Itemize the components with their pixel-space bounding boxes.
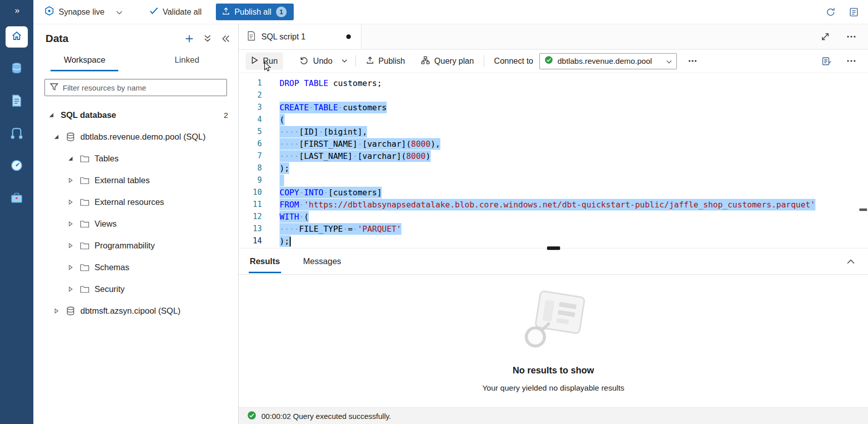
tree-item-dbtlabs-revenue-demo-pool-sql[interactable]: dbtlabs.revenue.demo.pool (SQL): [33, 126, 238, 148]
code-token: ·: [353, 224, 358, 234]
tab-more-actions-icon[interactable]: [847, 35, 856, 38]
data-explorer-panel: Data Workspace Linked SQL: [33, 24, 239, 424]
toolbar-more-actions-icon[interactable]: [847, 60, 856, 62]
home-icon: [11, 30, 23, 44]
code-token: =: [348, 224, 353, 234]
code-line-4[interactable]: 4(: [239, 113, 868, 125]
code-token: 8000: [411, 139, 431, 149]
code-token: ·: [299, 212, 304, 222]
undo-dropdown-chevron[interactable]: [338, 56, 351, 66]
release-notes-icon[interactable]: [849, 7, 859, 17]
editor-tab-title: SQL script 1: [261, 32, 305, 41]
sql-code-editor[interactable]: 1DROP TABLE customers;23CREATE·TABLE·cus…: [239, 73, 868, 248]
nav-manage[interactable]: [6, 188, 28, 209]
code-line-7[interactable]: 7····[LAST_NAME]·[varchar](8000): [239, 150, 868, 162]
nav-home[interactable]: [6, 26, 28, 48]
collapse-all-icon[interactable]: [204, 34, 211, 43]
connect-to-pool-dropdown[interactable]: dbtlabs.revenue.demo.pool: [539, 53, 677, 69]
code-token: FILE_TYPE: [299, 224, 343, 234]
line-number: 11: [239, 200, 262, 209]
tree-item-schemas[interactable]: Schemas: [33, 257, 238, 278]
expanded-chevron-icon[interactable]: [68, 156, 75, 161]
collapsed-chevron-icon[interactable]: [68, 199, 75, 205]
collapsed-chevron-icon[interactable]: [68, 265, 75, 270]
code-line-12[interactable]: 12WITH·(: [239, 210, 868, 223]
tree-item-label: Security: [95, 284, 125, 294]
validate-all-button[interactable]: Validate all: [150, 7, 202, 17]
publish-count-badge: 1: [276, 7, 287, 17]
add-resource-icon[interactable]: [185, 34, 194, 43]
code-text: CREATE·TABLE·customers: [280, 102, 387, 113]
query-plan-button[interactable]: Query plan: [416, 53, 479, 70]
undo-icon: [300, 56, 308, 66]
publish-upload-icon: [222, 7, 230, 17]
code-token: ·: [338, 103, 343, 112]
tree-item-label: Programmability: [95, 241, 155, 250]
monitor-gauge-icon: [10, 159, 23, 174]
undo-button[interactable]: Undo: [294, 53, 338, 70]
expanded-chevron-icon[interactable]: [49, 112, 56, 118]
publish-button[interactable]: Publish: [360, 53, 410, 70]
run-button[interactable]: Run: [246, 53, 283, 70]
filter-input[interactable]: [63, 83, 221, 92]
code-line-6[interactable]: 6····[FIRST_NAME]·[varchar](8000),: [239, 138, 868, 150]
code-line-14[interactable]: 14);: [239, 235, 868, 247]
nav-data[interactable]: [6, 59, 28, 80]
expanded-chevron-icon[interactable]: [54, 134, 61, 140]
code-line-8[interactable]: 8);: [239, 162, 868, 174]
tree-item-tables[interactable]: Tables: [33, 148, 238, 169]
tree-item-programmability[interactable]: Programmability: [33, 235, 238, 257]
collapsed-chevron-icon[interactable]: [68, 221, 75, 227]
collapse-results-chevron-icon[interactable]: [847, 259, 855, 264]
success-check-icon: [247, 411, 256, 421]
tab-linked[interactable]: Linked: [136, 50, 239, 71]
code-line-1[interactable]: 1DROP TABLE customers;: [239, 77, 868, 89]
editor-maximize-icon[interactable]: [821, 32, 830, 41]
nav-develop[interactable]: [6, 91, 28, 112]
tab-messages[interactable]: Messages: [302, 249, 342, 273]
code-token: TABLE: [304, 78, 328, 88]
panel-resize-handle[interactable]: [547, 246, 560, 250]
editor-toolbar: Run Undo Publish: [239, 50, 868, 73]
query-plan-icon: [421, 56, 430, 66]
code-line-9[interactable]: 9: [239, 174, 868, 186]
collapsed-chevron-icon[interactable]: [54, 308, 61, 314]
tab-sql-script-1[interactable]: SQL script 1: [239, 24, 361, 49]
tree-item-security[interactable]: Security: [33, 278, 238, 300]
tree-item-external-resources[interactable]: External resources: [33, 191, 238, 213]
folder-icon: [80, 177, 89, 184]
nav-integrate[interactable]: [6, 123, 28, 145]
collapse-panel-icon[interactable]: [221, 35, 230, 43]
code-line-3[interactable]: 3CREATE·TABLE·customers: [239, 101, 868, 113]
code-line-10[interactable]: 10COPY·INTO·[customers]: [239, 186, 868, 198]
code-line-2[interactable]: 2: [239, 89, 868, 101]
tab-workspace[interactable]: Workspace: [33, 50, 136, 71]
tree-item-sql-database[interactable]: SQL database2: [33, 104, 238, 126]
tree-item-views[interactable]: Views: [33, 213, 238, 235]
synapse-live-selector[interactable]: Synapse live: [44, 6, 122, 18]
code-line-13[interactable]: 13····FILE_TYPE·=·'PARQUET': [239, 223, 868, 235]
code-token: (: [304, 212, 309, 222]
tree-item-label: dbtmsft.azsyn.cipool (SQL): [80, 306, 180, 316]
code-text: [280, 175, 284, 186]
commands-more-icon[interactable]: [685, 56, 700, 66]
collapsed-chevron-icon[interactable]: [68, 178, 75, 183]
collapsed-chevron-icon[interactable]: [68, 286, 75, 292]
properties-icon[interactable]: [822, 57, 832, 66]
collapsed-chevron-icon[interactable]: [68, 243, 75, 248]
publish-all-button[interactable]: Publish all 1: [216, 4, 294, 20]
resource-filter[interactable]: [44, 79, 227, 96]
code-token: ·: [357, 139, 362, 149]
tab-results[interactable]: Results: [249, 249, 281, 273]
nav-monitor[interactable]: [6, 156, 28, 177]
tree-item-dbtmsft-azsyn-cipool-sql[interactable]: dbtmsft.azsyn.cipool (SQL): [33, 300, 238, 322]
editor-scrollbar-thumb[interactable]: [859, 208, 867, 211]
code-line-11[interactable]: 11FROM·'https://dbtlabsynapsedatalake.bl…: [239, 198, 868, 210]
tree-item-external-tables[interactable]: External tables: [33, 169, 238, 191]
code-token: ·: [324, 188, 329, 197]
code-line-5[interactable]: 5····[ID]·[bigint],: [239, 125, 868, 138]
refresh-icon[interactable]: [826, 7, 836, 17]
pool-status-ok-icon: [544, 56, 553, 66]
toolbar-divider: [355, 55, 356, 67]
expand-rail-icon[interactable]: »: [15, 3, 18, 18]
